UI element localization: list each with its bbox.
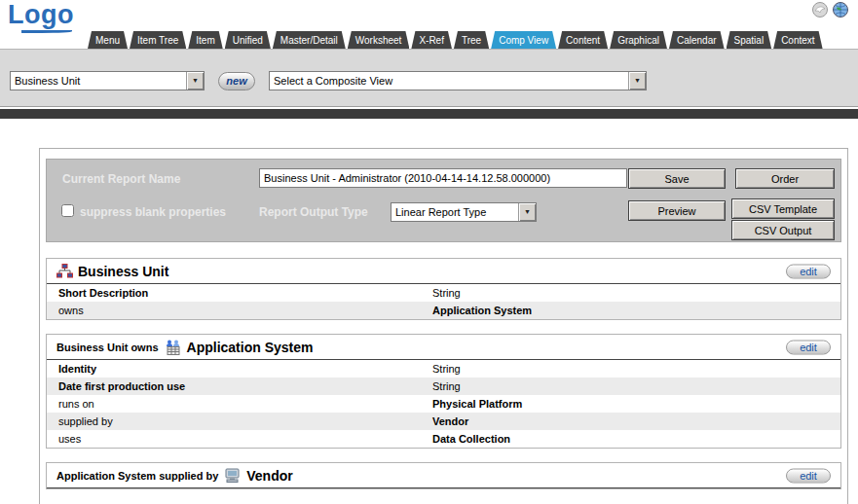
section-rows: Identity String Date first production us…	[47, 360, 840, 448]
property-name: Short Description	[58, 287, 432, 299]
property-section: Business Unit owns Application System ed…	[46, 334, 841, 449]
tab-x-ref[interactable]: X-Ref	[411, 31, 452, 49]
property-row: Short Description String	[47, 284, 840, 302]
property-row: uses Data Collection	[47, 430, 840, 448]
section-title: Vendor	[246, 468, 292, 484]
property-name: supplied by	[58, 415, 432, 427]
section-title: Application System	[187, 340, 314, 355]
tab-item-tree[interactable]: Item Tree	[130, 31, 186, 49]
section-title: Business Unit	[78, 264, 168, 279]
property-value: Vendor	[432, 415, 468, 427]
tab-master-detail[interactable]: Master/Detail	[273, 31, 346, 49]
tab-graphical[interactable]: Graphical	[610, 31, 667, 49]
toolbar: Business Unit new Select a Composite Vie…	[0, 49, 858, 107]
top-icons	[812, 2, 848, 18]
csv-output-button[interactable]: CSV Output	[731, 220, 835, 240]
app-logo: Logo	[8, 0, 74, 30]
composite-view-select[interactable]: Select a Composite View	[269, 71, 647, 90]
output-type-select[interactable]: Linear Report Type	[391, 202, 537, 222]
property-row: supplied by Vendor	[47, 413, 840, 430]
property-name: uses	[58, 433, 432, 445]
vendor-icon	[224, 468, 242, 484]
section-prefix: Application System supplied by	[56, 470, 218, 482]
property-row: Identity String	[47, 360, 840, 378]
logo-swoosh	[21, 30, 72, 33]
tab-content[interactable]: Content	[558, 31, 608, 49]
header: Logo MenuItem TreeItemUnifiedMaster/Deta…	[0, 0, 858, 49]
suppress-blank-checkbox[interactable]	[61, 204, 74, 217]
property-value: Data Collection	[432, 433, 510, 445]
content-area: Current Report Name Save Order suppress …	[0, 119, 858, 504]
new-button[interactable]: new	[218, 72, 255, 90]
output-type-select-wrap: Linear Report Type	[391, 202, 537, 222]
property-name: owns	[58, 305, 432, 316]
preview-button[interactable]: Preview	[628, 200, 726, 221]
report-name-label: Current Report Name	[62, 172, 180, 186]
edit-button[interactable]: edit	[786, 264, 831, 278]
property-value: Physical Platform	[432, 398, 522, 410]
tab-calendar[interactable]: Calendar	[669, 31, 725, 49]
tab-worksheet[interactable]: Worksheet	[348, 31, 410, 49]
report-panel: Current Report Name Save Order suppress …	[39, 148, 848, 504]
suppress-blank-label: suppress blank properties	[80, 205, 226, 219]
composite-view-select-wrap: Select a Composite View	[269, 71, 647, 90]
property-name: Identity	[58, 363, 432, 375]
tab-context[interactable]: Context	[773, 31, 822, 49]
tab-bar: MenuItem TreeItemUnifiedMaster/DetailWor…	[88, 31, 858, 49]
property-value: String	[432, 380, 461, 392]
property-name: runs on	[58, 398, 432, 410]
property-section: Business Unit edit Short Description Str…	[46, 258, 841, 320]
bird-icon[interactable]	[812, 2, 828, 18]
property-section: Application System supplied by Vendor ed…	[46, 462, 841, 489]
edit-button[interactable]: edit	[786, 468, 831, 483]
section-header: Business Unit owns Application System ed…	[47, 335, 840, 360]
property-row: owns Application System	[47, 302, 840, 319]
edit-button[interactable]: edit	[786, 340, 831, 354]
tab-menu[interactable]: Menu	[88, 31, 128, 49]
property-value: String	[432, 363, 461, 375]
report-header: Current Report Name Save Order suppress …	[46, 159, 841, 242]
csv-template-button[interactable]: CSV Template	[731, 198, 835, 219]
divider-bar	[0, 109, 858, 119]
property-value: String	[432, 287, 461, 299]
tab-tree[interactable]: Tree	[454, 31, 489, 49]
output-type-label: Report Output Type	[259, 205, 368, 219]
property-row: Date first production use String	[47, 378, 840, 395]
report-name-input[interactable]	[259, 168, 627, 188]
sections: Business Unit edit Short Description Str…	[46, 258, 841, 489]
org-chart-icon	[56, 264, 73, 278]
tab-spatial[interactable]: Spatial	[727, 31, 772, 49]
item-type-select[interactable]: Business Unit	[10, 71, 205, 90]
globe-icon[interactable]	[833, 2, 848, 18]
section-prefix: Business Unit owns	[56, 342, 159, 353]
section-rows: Short Description String owns Applicatio…	[47, 284, 840, 319]
property-row: runs on Physical Platform	[47, 395, 840, 413]
tab-item[interactable]: Item	[188, 31, 222, 49]
page: Logo MenuItem TreeItemUnifiedMaster/Deta…	[0, 0, 858, 504]
property-value: Application System	[432, 305, 532, 316]
property-name: Date first production use	[58, 380, 432, 392]
section-header: Business Unit edit	[47, 259, 840, 284]
save-button[interactable]: Save	[628, 168, 726, 189]
order-button[interactable]: Order	[735, 168, 835, 189]
section-header: Application System supplied by Vendor ed…	[47, 463, 840, 488]
tab-unified[interactable]: Unified	[225, 31, 271, 49]
item-type-select-wrap: Business Unit	[10, 71, 205, 90]
tab-comp-view[interactable]: Comp View	[491, 31, 556, 49]
app-system-icon	[165, 340, 182, 355]
